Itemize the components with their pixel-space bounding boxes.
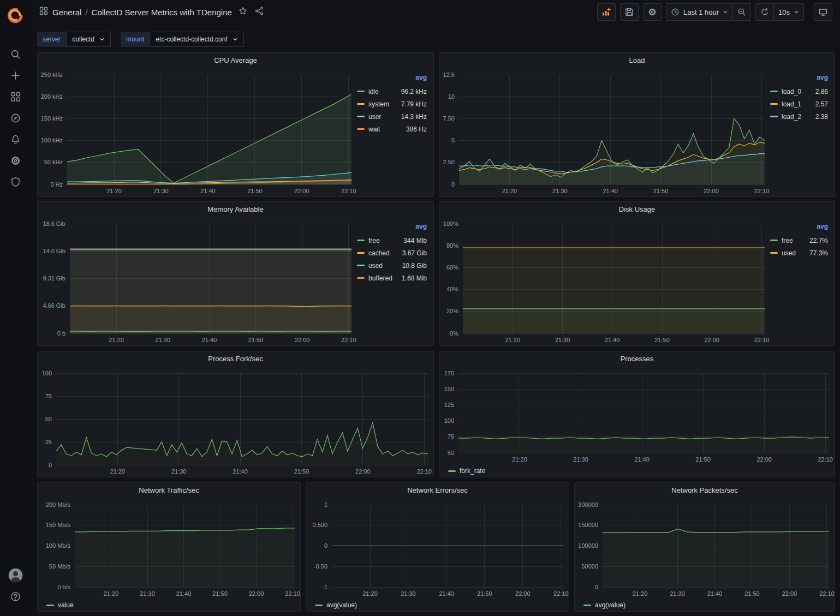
sidebar-item-admin-icon[interactable] (3, 171, 27, 193)
panel-title[interactable]: Processes (439, 351, 835, 366)
sidebar-top-items (3, 44, 27, 193)
chart-canvas[interactable]: 025507510021:2021:3021:4021:5022:0022:10 (38, 366, 433, 477)
kiosk-mode-button[interactable] (814, 3, 832, 21)
svg-text:200 kHz: 200 kHz (41, 93, 63, 100)
legend-avg-header[interactable]: avg (357, 74, 427, 85)
time-range-picker[interactable]: Last 1 hour (666, 3, 733, 21)
axis-labels: -1-0.5000.500121:2021:3021:4021:5022:002… (312, 501, 568, 597)
svg-text:250 kHz: 250 kHz (41, 71, 63, 78)
legend-item[interactable]: avg(value) (315, 599, 357, 612)
legend-item[interactable]: free344 Mib (357, 234, 427, 247)
sidebar-item-explore-icon[interactable] (3, 107, 27, 129)
svg-text:21:40: 21:40 (707, 590, 723, 597)
chart-network-errors[interactable]: -1-0.5000.500121:2021:3021:4021:5022:002… (306, 497, 569, 599)
svg-text:21:30: 21:30 (140, 590, 155, 597)
chart-canvas[interactable]: 0%20%40%60%80%100%21:2021:3021:4021:5022… (439, 216, 770, 345)
legend-avg-header[interactable]: avg (357, 223, 427, 234)
legend-item[interactable]: load_22.38 (770, 110, 828, 123)
series-color-dash (315, 605, 323, 606)
refresh-interval-picker[interactable]: 10s (774, 3, 804, 21)
sidebar-item-search-icon[interactable] (3, 44, 27, 65)
chart-network-traffic[interactable]: 0 b/s50 Mb/s100 Mb/s150 Mb/s200 Mb/s21:2… (38, 497, 300, 599)
svg-text:0 b/s: 0 b/s (57, 584, 70, 590)
sidebar-item-avatar[interactable] (3, 565, 27, 586)
share-dashboard-button[interactable] (255, 7, 264, 17)
series-lines (70, 249, 352, 333)
sidebar-item-dashboards-icon[interactable] (3, 86, 27, 107)
svg-text:21:50: 21:50 (695, 456, 711, 463)
legend-item[interactable]: used77.3% (770, 247, 828, 259)
svg-text:0 b: 0 b (57, 330, 65, 337)
variable-mount-picker[interactable]: etc-collectd-collectd.conf (150, 32, 243, 47)
gear-icon (648, 8, 657, 16)
chart-memory-available[interactable]: 0 b4.66 Gib9.31 Gib14.0 Gib18.6 Gib21:20… (38, 216, 357, 345)
panel-title[interactable]: Load (439, 53, 835, 67)
chart-canvas[interactable]: -1-0.5000.500121:2021:3021:4021:5022:002… (306, 497, 569, 599)
variable-server: server collectd (37, 32, 111, 47)
grafana-app: General / CollectD Server Metrics with T… (0, 0, 840, 616)
legend-item[interactable]: value (46, 599, 74, 612)
panel-title[interactable]: Process Fork/sec (38, 351, 433, 366)
zoom-out-time-button[interactable] (733, 3, 751, 21)
chart-canvas[interactable]: 0 b4.66 Gib9.31 Gib14.0 Gib18.6 Gib21:20… (38, 216, 357, 345)
panel-title[interactable]: Disk Usage (439, 202, 835, 216)
legend-item[interactable]: fork_rate (448, 465, 485, 477)
dashboard-settings-button[interactable] (643, 3, 662, 21)
svg-text:50000: 50000 (581, 563, 598, 570)
chart-cpu-average[interactable]: 0 Hz50 kHz100 kHz150 kHz200 kHz250 kHz21… (38, 67, 357, 196)
panel-title[interactable]: Network Errors/sec (306, 483, 569, 497)
config-icon (10, 156, 21, 166)
panel-title[interactable]: Memory Available (38, 202, 433, 216)
chart-disk-usage[interactable]: 0%20%40%60%80%100%21:2021:3021:4021:5022… (439, 216, 770, 345)
grafana-logo[interactable] (3, 4, 27, 28)
legend-item[interactable]: load_12.57 (770, 98, 828, 110)
legend-item[interactable]: load_02.86 (770, 85, 828, 98)
chart-processes[interactable]: 507510012515017521:2021:3021:4021:5022:0… (439, 366, 835, 465)
legend-item[interactable]: user14.3 kHz (357, 110, 427, 123)
panel-title[interactable]: Network Packets/sec (575, 483, 835, 497)
star-dashboard-button[interactable] (239, 7, 247, 17)
svg-text:0%: 0% (450, 330, 458, 337)
svg-text:25: 25 (45, 439, 52, 445)
legend-avg-header[interactable]: avg (770, 223, 828, 234)
svg-text:22:00: 22:00 (704, 337, 719, 343)
sidebar-item-alerting-icon[interactable] (3, 129, 27, 150)
legend-item[interactable]: cached3.67 Gib (357, 247, 427, 259)
panel-title[interactable]: CPU Average (38, 53, 433, 67)
legend-item[interactable]: idle96.2 kHz (357, 85, 427, 98)
chart-canvas[interactable]: 0 b/s50 Mb/s100 Mb/s150 Mb/s200 Mb/s21:2… (38, 497, 300, 599)
legend-item[interactable]: system7.79 kHz (357, 98, 427, 110)
refresh-button[interactable] (755, 3, 774, 21)
dashboard-title[interactable]: CollectD Server Metrics with TDengine (92, 8, 232, 17)
variable-server-picker[interactable]: collectd (66, 32, 111, 47)
apps-grid-icon (39, 7, 48, 17)
legend-item[interactable]: avg(value) (583, 599, 625, 612)
legend-item[interactable]: free22.7% (770, 234, 828, 247)
legend-item[interactable]: wait386 Hz (357, 123, 427, 135)
sidebar-item-help-icon[interactable] (3, 586, 27, 607)
chart-canvas[interactable]: 507510012515017521:2021:3021:4021:5022:0… (439, 366, 835, 465)
add-panel-button[interactable] (597, 3, 616, 21)
svg-text:21:40: 21:40 (176, 590, 192, 597)
legend-item[interactable]: used10.8 Gib (357, 259, 427, 272)
chart-canvas[interactable]: 02.5057.501012.521:2021:3021:4021:5022:0… (439, 67, 770, 196)
svg-text:1: 1 (324, 501, 327, 508)
save-dashboard-button[interactable] (620, 3, 639, 21)
svg-text:22:10: 22:10 (754, 337, 770, 343)
svg-text:-1: -1 (322, 584, 327, 590)
avatar (8, 568, 23, 583)
sidebar-item-plus-icon[interactable] (3, 65, 27, 86)
legend-item[interactable]: buffered1.68 Mib (357, 272, 427, 284)
breadcrumb-folder[interactable]: General (52, 8, 81, 17)
series-color-dash (770, 91, 778, 92)
chart-network-packets[interactable]: 05000010000015000020000021:2021:3021:402… (575, 497, 835, 599)
sidebar-item-config-icon[interactable] (3, 150, 27, 171)
chart-load[interactable]: 02.5057.501012.521:2021:3021:4021:5022:0… (439, 67, 770, 196)
chart-canvas[interactable]: 05000010000015000020000021:2021:3021:402… (575, 497, 835, 599)
legend-avg-header[interactable]: avg (770, 74, 828, 85)
svg-text:21:20: 21:20 (106, 188, 122, 194)
legend-series-value: 1.68 Mib (402, 274, 427, 282)
chart-process-fork[interactable]: 025507510021:2021:3021:4021:5022:0022:10 (38, 366, 433, 477)
chart-canvas[interactable]: 0 Hz50 kHz100 kHz150 kHz200 kHz250 kHz21… (38, 67, 357, 196)
panel-title[interactable]: Network Traffic/sec (38, 483, 300, 497)
